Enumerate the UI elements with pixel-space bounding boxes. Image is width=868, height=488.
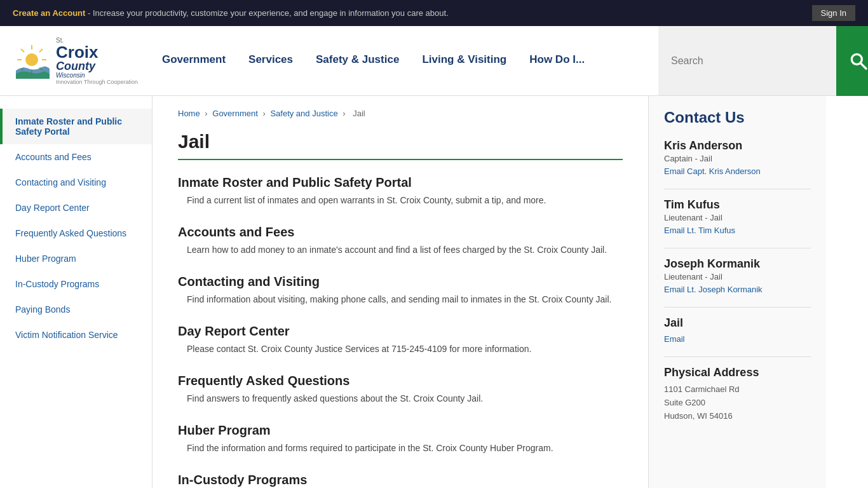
contact-email-tim[interactable]: Email Lt. Tim Kufus [664, 226, 735, 235]
contact-joseph-kormanik: Joseph Kormanik Lieutenant - Jail Email … [664, 257, 811, 294]
logo-tagline-label: Innovation Through Cooperation [56, 79, 138, 85]
main-layout: Inmate Roster and Public Safety Portal A… [0, 96, 868, 488]
jail-email-link[interactable]: Email [664, 334, 685, 344]
section-title-huber: Huber Program [178, 423, 623, 438]
top-banner: Create an Account - Increase your produc… [0, 0, 868, 26]
logo-text: St. Croix County Wisconsin Innovation Th… [56, 37, 138, 85]
svg-point-0 [25, 53, 38, 66]
contact-tim-kufus: Tim Kufus Lieutenant - Jail Email Lt. Ti… [664, 198, 811, 235]
nav-item-services[interactable]: Services [237, 26, 304, 95]
sidebar-item-faq[interactable]: Frequently Asked Questions [0, 220, 152, 246]
breadcrumb: Home › Government › Safety and Justice ›… [178, 109, 623, 118]
contact-physical-address: Physical Address 1101 Carmichael Rd Suit… [664, 366, 811, 423]
search-icon [848, 51, 868, 71]
divider-1 [664, 189, 811, 189]
sidebar-item-contacting-visiting[interactable]: Contacting and Visiting [0, 170, 152, 195]
section-faq: Frequently Asked Questions Find answers … [178, 374, 623, 405]
contact-email-joseph[interactable]: Email Lt. Joseph Kormanik [664, 285, 763, 294]
site-header: St. Croix County Wisconsin Innovation Th… [0, 26, 868, 96]
svg-line-10 [860, 63, 866, 69]
contact-name-tim: Tim Kufus [664, 198, 811, 212]
logo-county-label: County [56, 60, 138, 72]
nav-item-how-do-i[interactable]: How Do I... [518, 26, 596, 95]
right-sidebar: Contact Us Kris Anderson Captain - Jail … [648, 96, 826, 488]
logo-area: St. Croix County Wisconsin Innovation Th… [0, 30, 151, 92]
breadcrumb-sep3: › [342, 109, 348, 118]
divider-4 [664, 356, 811, 357]
nav-item-government[interactable]: Government [151, 26, 237, 95]
sidebar-item-accounts-fees[interactable]: Accounts and Fees [0, 144, 152, 170]
section-desc-day-report: Please contact St. Croix County Justice … [178, 342, 623, 356]
contact-title-joseph: Lieutenant - Jail [664, 272, 811, 281]
nav-item-living-visiting[interactable]: Living & Visiting [410, 26, 518, 95]
sidebar-item-in-custody[interactable]: In-Custody Programs [0, 271, 152, 297]
sidebar: Inmate Roster and Public Safety Portal A… [0, 96, 153, 488]
sidebar-item-huber[interactable]: Huber Program [0, 246, 152, 271]
breadcrumb-sep1: › [205, 109, 210, 118]
logo-wisconsin-label: Wisconsin [56, 72, 138, 79]
breadcrumb-sep2: › [262, 109, 268, 118]
divider-2 [664, 248, 811, 248]
address-line-3: Hudson, WI 54016 [664, 410, 811, 423]
address-lines: 1101 Carmichael Rd Suite G200 Hudson, WI… [664, 383, 811, 423]
contact-kris-anderson: Kris Anderson Captain - Jail Email Capt.… [664, 139, 811, 176]
main-content: Home › Government › Safety and Justice ›… [153, 96, 648, 488]
physical-address-title: Physical Address [664, 366, 811, 379]
banner-text: - Increase your productivity, customize … [85, 8, 448, 18]
logo-croix-label: Croix [56, 44, 138, 60]
section-title-accounts-fees: Accounts and Fees [178, 225, 623, 240]
main-nav: Government Services Safety & Justice Liv… [151, 26, 658, 95]
search-input[interactable] [671, 55, 798, 67]
contact-title-kris: Captain - Jail [664, 154, 811, 163]
contact-us-title: Contact Us [664, 109, 811, 126]
contact-name-joseph: Joseph Kormanik [664, 257, 811, 271]
svg-line-5 [21, 49, 24, 52]
section-title-inmate-roster: Inmate Roster and Public Safety Portal [178, 175, 623, 190]
breadcrumb-home[interactable]: Home [178, 109, 200, 118]
section-day-report: Day Report Center Please contact St. Cro… [178, 324, 623, 356]
section-contacting-visiting: Contacting and Visiting Find information… [178, 274, 623, 306]
sidebar-item-day-report[interactable]: Day Report Center [0, 195, 152, 220]
section-title-faq: Frequently Asked Questions [178, 374, 623, 388]
section-title-in-custody: In-Custody Programs [178, 473, 623, 487]
divider-3 [664, 307, 811, 308]
sidebar-item-inmate-roster[interactable]: Inmate Roster and Public Safety Portal [0, 109, 152, 144]
sign-in-button[interactable]: Sign In [812, 5, 855, 21]
search-area [658, 26, 836, 95]
section-title-day-report: Day Report Center [178, 324, 623, 339]
section-accounts-fees: Accounts and Fees Learn how to add money… [178, 225, 623, 257]
search-button[interactable] [836, 26, 868, 96]
section-desc-inmate-roster: Find a current list of inmates and open … [178, 194, 623, 207]
section-huber: Huber Program Find the information and f… [178, 423, 623, 455]
contact-title-tim: Lieutenant - Jail [664, 213, 811, 222]
section-desc-contacting-visiting: Find information about visiting, making … [178, 293, 623, 306]
section-desc-faq: Find answers to frequently asked questio… [178, 392, 623, 405]
nav-item-safety-justice[interactable]: Safety & Justice [304, 26, 410, 95]
logo-icon [13, 42, 51, 80]
contact-jail-section: Jail Email [664, 316, 811, 344]
section-desc-huber: Find the information and forms required … [178, 442, 623, 455]
section-in-custody: In-Custody Programs [178, 473, 623, 487]
section-inmate-roster: Inmate Roster and Public Safety Portal F… [178, 175, 623, 207]
create-account-link[interactable]: Create an Account [13, 8, 85, 18]
svg-line-7 [39, 49, 43, 52]
contact-name-kris: Kris Anderson [664, 139, 811, 152]
section-desc-accounts-fees: Learn how to add money to an inmate's ac… [178, 243, 623, 257]
address-line-1: 1101 Carmichael Rd [664, 383, 811, 396]
jail-section-title: Jail [664, 316, 811, 330]
contact-email-kris[interactable]: Email Capt. Kris Anderson [664, 166, 761, 176]
sidebar-item-paying-bonds[interactable]: Paying Bonds [0, 297, 152, 322]
section-title-contacting-visiting: Contacting and Visiting [178, 274, 623, 289]
address-line-2: Suite G200 [664, 396, 811, 410]
page-title: Jail [178, 131, 623, 160]
breadcrumb-safety-justice[interactable]: Safety and Justice [270, 109, 337, 118]
breadcrumb-government[interactable]: Government [212, 109, 258, 118]
breadcrumb-current: Jail [353, 109, 365, 118]
sidebar-item-victim-notification[interactable]: Victim Notification Service [0, 322, 152, 348]
